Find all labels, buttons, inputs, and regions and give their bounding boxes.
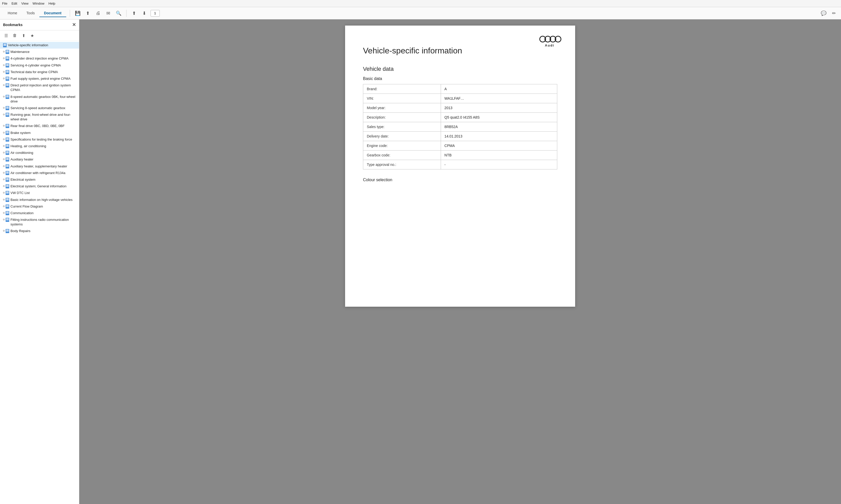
sidebar-item-label: VW DTC List xyxy=(11,191,30,195)
bookmark-delete-button[interactable]: 🗑 xyxy=(11,32,18,39)
tab-home[interactable]: Home xyxy=(3,10,22,17)
sidebar-close-button[interactable]: ✕ xyxy=(72,22,76,28)
sidebar-resizer[interactable] xyxy=(78,19,79,504)
email-button[interactable]: ✉ xyxy=(104,9,112,17)
sidebar-item-aux-heater-supp[interactable]: Auxiliary heater, supplementary heater xyxy=(0,163,79,170)
bullet-outer xyxy=(3,192,5,194)
upload-button[interactable]: ⬆ xyxy=(84,9,92,17)
sidebar-item-electrical-general[interactable]: Electrical system; General information xyxy=(0,183,79,190)
sidebar-item-label: 4-cylinder direct injection engine CPMA xyxy=(11,56,69,61)
bookmark-add-button[interactable]: ★ xyxy=(29,32,36,39)
sidebar-item-high-voltage[interactable]: Basic information on high-voltage vehicl… xyxy=(0,197,79,203)
sidebar-item-label: Communication xyxy=(11,211,34,215)
audi-brand-text: Audi xyxy=(545,43,554,47)
doc-icon xyxy=(6,218,9,222)
menu-file[interactable]: File xyxy=(2,2,7,5)
doc-icon xyxy=(6,70,9,74)
table-cell-label: Gearbox code: xyxy=(363,150,441,160)
sidebar-header: Bookmarks ✕ xyxy=(0,19,79,31)
sidebar-item-brake-system[interactable]: Brake system xyxy=(0,130,79,136)
sidebar-item-fuel-supply[interactable]: Fuel supply system, petrol engine CPMA xyxy=(0,75,79,82)
page-number-input[interactable] xyxy=(150,10,160,17)
table-cell-value: 14.01.2013 xyxy=(441,132,557,141)
audi-logo: Audi xyxy=(539,36,560,47)
doc-icon xyxy=(6,211,9,215)
sidebar-item-label: Current Flow Diagram xyxy=(11,204,43,209)
save-button[interactable]: 💾 xyxy=(74,9,82,17)
sidebar-item-label: Specifications for testing the braking f… xyxy=(11,137,72,142)
sidebar-item-4cyl-engine[interactable]: 4-cylinder direct injection engine CPMA xyxy=(0,55,79,62)
sidebar-item-body-repairs[interactable]: Body Repairs xyxy=(0,228,79,234)
sidebar-item-label: Air conditioner with refrigerant R134a xyxy=(11,171,66,175)
vehicle-data-table: Brand:AVIN:WA1LFAF…Model year:2013Descri… xyxy=(363,84,557,169)
sidebar: Bookmarks ✕ ☰ 🗑 ⬆ ★ Vehicle-specific inf… xyxy=(0,19,79,504)
annotate-button[interactable]: ✏ xyxy=(830,9,838,17)
bookmark-list-button[interactable]: ☰ xyxy=(3,32,10,39)
menu-window[interactable]: Window xyxy=(33,2,44,5)
menu-help[interactable]: Help xyxy=(49,2,55,5)
doc-icon xyxy=(6,164,9,168)
sidebar-item-air-conditioning[interactable]: Air conditioning xyxy=(0,149,79,156)
toolbar-separator2 xyxy=(126,10,127,17)
sidebar-item-spec-braking[interactable]: Specifications for testing the braking f… xyxy=(0,136,79,143)
sidebar-item-label: Electrical system; General information xyxy=(11,184,67,188)
doc-icon xyxy=(6,184,9,188)
doc-icon xyxy=(6,158,9,162)
doc-icon xyxy=(6,229,9,233)
sidebar-item-rear-final[interactable]: Rear final drive 0BC, 0BD, 0BE, 0BF xyxy=(0,123,79,129)
sidebar-item-servicing-4cyl[interactable]: Servicing 4-cylinder engine CPMA xyxy=(0,62,79,69)
doc-icon xyxy=(6,124,9,128)
sidebar-item-fitting-radio[interactable]: Fitting instructions radio communication… xyxy=(0,216,79,228)
sidebar-item-maintenance[interactable]: Maintenance xyxy=(0,49,79,55)
table-cell-value: 2013 xyxy=(441,103,557,113)
table-cell-value: 8RB52A xyxy=(441,122,557,132)
doc-icon xyxy=(6,151,9,155)
sidebar-item-label: Auxiliary heater, supplementary heater xyxy=(11,164,67,169)
document-page: Audi Vehicle-specific information Vehicl… xyxy=(345,25,575,307)
section-vehicle-data: Vehicle data xyxy=(363,66,557,72)
sidebar-item-tech-data-engine[interactable]: Technical data for engine CPMA xyxy=(0,69,79,75)
sidebar-item-label: Servicing 8-speed automatic gearbox xyxy=(11,106,66,110)
table-cell-value: CPMA xyxy=(441,141,557,150)
sidebar-item-vw-dtc[interactable]: VW DTC List xyxy=(0,190,79,196)
bullet-outer xyxy=(3,51,5,52)
sidebar-item-heating-ac[interactable]: Heating, air conditioning xyxy=(0,143,79,149)
doc-icon xyxy=(6,191,9,195)
bullet-outer xyxy=(3,84,5,86)
menu-edit[interactable]: Edit xyxy=(12,2,17,5)
sidebar-item-servicing-8speed[interactable]: Servicing 8-speed automatic gearbox xyxy=(0,105,79,111)
sidebar-item-vehicle-specific[interactable]: Vehicle-specific information xyxy=(0,42,79,49)
sidebar-list: Vehicle-specific informationMaintenance4… xyxy=(0,41,79,504)
bullet-outer xyxy=(3,199,5,200)
doc-icon xyxy=(6,50,9,54)
bullet-outer xyxy=(3,152,5,154)
sidebar-item-electrical-system[interactable]: Electrical system xyxy=(0,176,79,183)
bullet-outer xyxy=(3,230,5,232)
sidebar-item-current-flow[interactable]: Current Flow Diagram xyxy=(0,203,79,210)
doc-icon xyxy=(6,138,9,142)
nav-down-button[interactable]: ⬇ xyxy=(140,9,148,17)
comment-button[interactable]: 💬 xyxy=(820,9,828,17)
sidebar-item-label: Fuel supply system, petrol engine CPMA xyxy=(11,76,71,81)
nav-up-button[interactable]: ⬆ xyxy=(130,9,138,17)
print-button[interactable]: 🖨 xyxy=(94,9,102,17)
tab-tools[interactable]: Tools xyxy=(22,10,39,17)
search-button[interactable]: 🔍 xyxy=(114,9,123,17)
sidebar-item-direct-injection[interactable]: Direct petrol injection and ignition sys… xyxy=(0,82,79,93)
bullet-outer xyxy=(3,114,5,115)
doc-icon xyxy=(6,95,9,99)
bullet-outer xyxy=(3,185,5,187)
bullet-outer xyxy=(3,205,5,207)
table-cell-label: VIN: xyxy=(363,94,441,103)
bullet-outer xyxy=(3,57,5,59)
tab-document[interactable]: Document xyxy=(39,10,66,17)
bookmark-expand-button[interactable]: ⬆ xyxy=(20,32,27,39)
bullet-outer xyxy=(3,65,5,66)
sidebar-item-running-gear[interactable]: Running gear, front-wheel drive and four… xyxy=(0,111,79,123)
sidebar-item-communication[interactable]: Communication xyxy=(0,210,79,216)
sidebar-item-8speed-gearbox[interactable]: 8-speed automatic gearbox 0BK, four-whee… xyxy=(0,93,79,105)
sidebar-item-auxiliary-heater[interactable]: Auxiliary heater xyxy=(0,156,79,163)
sidebar-item-air-conditioner-r134a[interactable]: Air conditioner with refrigerant R134a xyxy=(0,170,79,176)
sidebar-item-label: Auxiliary heater xyxy=(11,157,34,162)
menu-view[interactable]: View xyxy=(21,2,29,5)
